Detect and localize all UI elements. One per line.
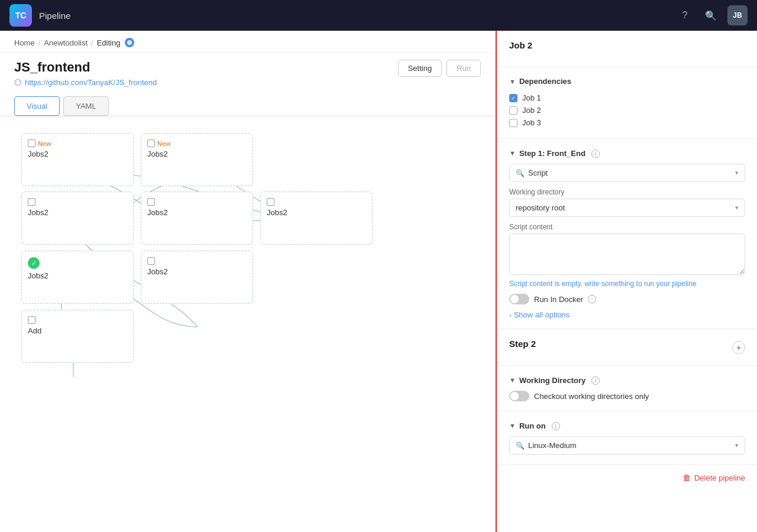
green-check-icon: ✓ (28, 257, 40, 269)
checkout-toggle-row: Checkout working directories only (509, 391, 745, 401)
breadcrumb-sep-2: / (91, 38, 93, 47)
search-icon-btn[interactable]: 🔍 (701, 6, 720, 25)
avatar[interactable]: JB (727, 5, 748, 25)
add-step-button[interactable]: + (732, 341, 745, 354)
node-checkbox (147, 257, 155, 265)
node-0-0-tag: New (28, 140, 127, 147)
run-on-select[interactable]: 🔍 Linux-Medium ▾ (509, 436, 745, 455)
node-1-1-label: Jobs2 (147, 208, 247, 217)
tab-visual[interactable]: Visual (14, 96, 60, 116)
dep-item-0[interactable]: ✓ Job 1 (509, 92, 745, 104)
main-layout: Home / Anewtodolist / Editing JS_fronten… (0, 31, 757, 532)
node-2-1[interactable]: Jobs2 (141, 251, 253, 304)
node-0-1[interactable]: New Jobs2 (141, 133, 253, 186)
logo: TC (9, 4, 32, 27)
working-dir-select[interactable]: repository root ▾ (509, 199, 745, 217)
dep-checkbox-1[interactable] (509, 106, 517, 115)
dep-item-2[interactable]: Job 3 (509, 116, 745, 129)
help-icon: ? (682, 10, 688, 21)
run-on-header[interactable]: ▼ Run on i (509, 421, 745, 430)
job-title-section: Job 2 (497, 31, 757, 67)
script-content-textarea[interactable] (509, 233, 745, 275)
working-directory-section: ▼ Working Directory i Checkout working d… (497, 366, 757, 411)
breadcrumb-current: Editing (97, 38, 121, 47)
project-title: JS_frontend (14, 60, 157, 75)
app-title: Pipeline (39, 11, 70, 21)
node-checkbox (147, 198, 155, 206)
run-on-title: Run on (519, 421, 546, 430)
checkout-toggle-knob (510, 392, 519, 400)
toggle-knob (510, 295, 519, 303)
run-button[interactable]: Run (447, 60, 481, 77)
working-dir-collapse[interactable]: ▼ Working Directory i (509, 375, 745, 385)
dependencies-title: Dependencies (519, 77, 571, 86)
show-all-label: Show all options (514, 310, 570, 319)
run-in-docker-toggle[interactable] (509, 294, 529, 304)
delete-pipeline-btn[interactable]: 🗑 Delete pipeline (497, 465, 757, 491)
step1-header[interactable]: ▼ Step 1: Front_End i (509, 148, 745, 158)
breadcrumb-home[interactable]: Home (14, 38, 35, 47)
node-0-0[interactable]: New Jobs2 (21, 133, 134, 186)
checkout-toggle[interactable] (509, 391, 529, 401)
node-1-1[interactable]: Jobs2 (141, 192, 253, 245)
topnav-right: ? 🔍 JB (675, 5, 748, 25)
script-content-label: Script content (509, 223, 745, 231)
node-2-1-tag (147, 257, 247, 265)
node-2-1-label: Jobs2 (147, 267, 247, 276)
breadcrumb-project[interactable]: Anewtodolist (44, 38, 88, 47)
node-3-0-tag (28, 316, 127, 324)
project-url-text[interactable]: https://github.com/TanyaK/JS_frontend (25, 78, 157, 87)
runner-value: Script (528, 168, 548, 177)
step1-title: Step 1: Front_End (519, 149, 585, 158)
trash-icon: 🗑 (682, 473, 691, 482)
chevron-down-icon-workdir: ▼ (509, 377, 516, 384)
working-dir-chevron-icon: ▾ (735, 204, 739, 212)
dependencies-section: ▼ Dependencies ✓ Job 1 Job 2 Job 3 (497, 67, 757, 139)
node-checkbox (28, 140, 35, 147)
dep-checkbox-0[interactable]: ✓ (509, 94, 517, 102)
dep-item-1[interactable]: Job 2 (509, 104, 745, 116)
step2-title: Step 2 (509, 339, 536, 349)
working-dir-value: repository root (516, 203, 565, 212)
show-all-options-btn[interactable]: › Show all options (509, 310, 745, 319)
node-1-0[interactable]: Jobs2 (21, 192, 134, 245)
show-all-chevron-icon: › (509, 312, 512, 319)
project-info: JS_frontend ⬡ https://github.com/TanyaK/… (14, 60, 157, 87)
node-checkbox (267, 198, 274, 206)
dep-label-0: Job 1 (522, 93, 541, 102)
node-checkbox (28, 316, 35, 324)
error-link[interactable]: to run your pipeline (636, 280, 697, 288)
dep-checkbox-2[interactable] (509, 119, 517, 127)
node-3-0[interactable]: Add (21, 310, 134, 363)
step2-header: Step 2 + (509, 339, 745, 356)
node-1-0-tag (28, 198, 127, 206)
node-2-0[interactable]: ✓ Jobs2 (21, 251, 134, 304)
left-panel: Home / Anewtodolist / Editing JS_fronten… (0, 31, 496, 532)
checkout-label: Checkout working directories only (534, 392, 649, 401)
node-0-1-label: Jobs2 (147, 150, 247, 158)
runner-select[interactable]: 🔍 Script ▾ (509, 164, 745, 182)
nodes-container: New Jobs2 New Jobs2 J (14, 126, 387, 410)
github-icon: ⬡ (14, 77, 21, 87)
dep-label-1: Job 2 (522, 106, 541, 115)
editing-badge (125, 38, 134, 47)
delete-label: Delete pipeline (694, 473, 745, 482)
project-header: JS_frontend ⬡ https://github.com/TanyaK/… (0, 53, 495, 92)
docker-info-icon: i (588, 295, 596, 303)
tab-yaml[interactable]: YAML (63, 96, 108, 116)
node-checkbox (28, 198, 35, 206)
header-actions: Setting Run (398, 60, 481, 77)
breadcrumb: Home / Anewtodolist / Editing (0, 31, 495, 53)
node-1-2[interactable]: Jobs2 (260, 192, 373, 245)
step1-info-icon: i (591, 148, 600, 158)
runon-info-icon: i (552, 421, 560, 430)
error-text: Script content is empty, write something… (509, 280, 745, 288)
dependencies-header[interactable]: ▼ Dependencies (509, 77, 745, 86)
working-dir-section-title: Working Directory (519, 376, 585, 385)
step1-section: ▼ Step 1: Front_End i 🔍 Script ▾ Working… (497, 139, 757, 329)
chevron-down-icon: ▼ (509, 78, 516, 85)
setting-button[interactable]: Setting (398, 60, 442, 77)
node-1-2-label: Jobs2 (267, 208, 366, 217)
run-on-chevron-icon: ▾ (735, 442, 739, 449)
help-icon-btn[interactable]: ? (675, 6, 694, 25)
